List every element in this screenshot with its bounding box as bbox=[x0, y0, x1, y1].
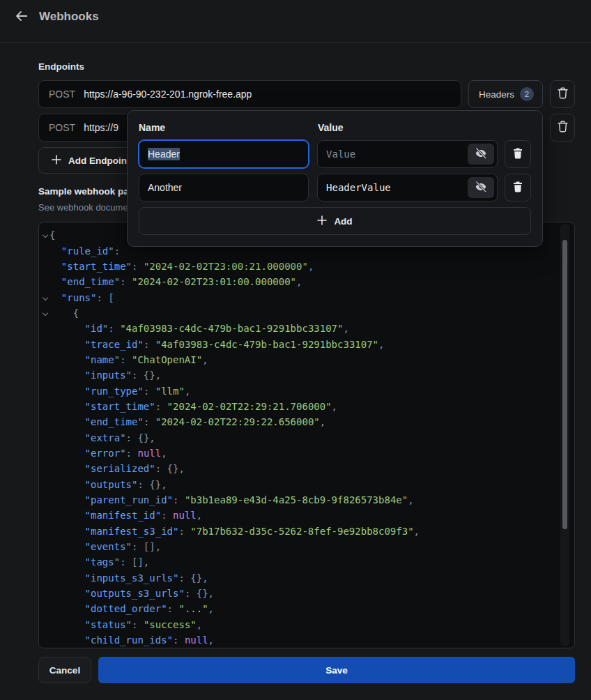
headers-button-label: Headers bbox=[479, 89, 514, 100]
code-content: { "rule_id": "start_time": "2024-02-02T2… bbox=[40, 227, 574, 648]
top-bar: Webhooks bbox=[0, 0, 591, 43]
plus-icon bbox=[317, 215, 327, 227]
value-placeholder: Value bbox=[326, 149, 355, 160]
code-line: "serialized": {}, bbox=[40, 461, 574, 476]
code-line: "end_time": "2024-02-02T23:01:00.000000"… bbox=[40, 274, 574, 289]
code-line: "inputs": {}, bbox=[40, 367, 574, 383]
code-line: "parent_run_id": "b3b1ea89-e43d-4a25-8cb… bbox=[40, 492, 574, 508]
delete-endpoint-button[interactable] bbox=[550, 114, 575, 142]
trash-filled-icon bbox=[512, 181, 523, 195]
headers-count-badge: 2 bbox=[520, 87, 534, 101]
header-name-input[interactable]: Another bbox=[139, 174, 309, 201]
code-line: "manifest_s3_id": "7b17b632-d35c-5262-8f… bbox=[40, 524, 574, 539]
eye-off-icon bbox=[474, 180, 488, 196]
code-line: "outputs": {}, bbox=[40, 477, 574, 492]
code-line: "run_type": "llm", bbox=[40, 383, 574, 398]
code-line: "start_time": "2024-02-02T22:29:21.70600… bbox=[40, 399, 574, 414]
code-line: "outputs_s3_urls": {}, bbox=[40, 586, 574, 601]
delete-endpoint-button[interactable] bbox=[550, 80, 575, 108]
page-title: Webhooks bbox=[39, 8, 99, 25]
name-column-label: Name bbox=[139, 122, 318, 133]
endpoint-url: https://a-96-90-232-201.ngrok-free.app bbox=[84, 89, 252, 100]
cancel-button[interactable]: Cancel bbox=[38, 657, 91, 683]
headers-button[interactable]: Headers 2 bbox=[468, 80, 543, 108]
back-button[interactable] bbox=[13, 8, 29, 25]
delete-header-button[interactable] bbox=[505, 174, 531, 201]
webhooks-page: Webhooks Endpoints POST https://a-96-90-… bbox=[0, 0, 591, 700]
header-row: Another HeaderValue bbox=[139, 174, 531, 201]
scrollbar-thumb[interactable] bbox=[562, 240, 567, 529]
endpoint-url: https://9 bbox=[84, 122, 118, 133]
code-line: "name": "ChatOpenAI", bbox=[40, 352, 574, 367]
add-endpoint-label: Add Endpoint bbox=[68, 155, 130, 166]
code-line: "extra": {}, bbox=[40, 429, 574, 445]
http-method-label: POST bbox=[49, 122, 75, 133]
header-name-value: Another bbox=[148, 182, 182, 193]
eye-off-icon bbox=[474, 146, 488, 162]
plus-icon bbox=[52, 155, 61, 167]
selected-text: Header bbox=[148, 148, 180, 160]
header-value-input[interactable]: Value bbox=[317, 140, 498, 168]
fold-chevron-icon[interactable] bbox=[40, 229, 49, 241]
header-value-input[interactable]: HeaderValue bbox=[317, 174, 498, 201]
code-line: "tags": [], bbox=[40, 554, 574, 570]
fold-chevron-icon[interactable] bbox=[40, 307, 49, 319]
arrow-left-icon bbox=[13, 8, 29, 26]
code-line: "inputs_s3_urls": {}, bbox=[40, 570, 574, 586]
trash-filled-icon bbox=[512, 147, 523, 162]
json-payload-viewer[interactable]: { "rule_id": "start_time": "2024-02-02T2… bbox=[38, 222, 575, 648]
header-name-input[interactable]: Header bbox=[139, 140, 309, 168]
endpoint-url-input[interactable]: POST https://a-96-90-232-201.ngrok-free.… bbox=[38, 80, 461, 108]
code-line: "events": [], bbox=[40, 539, 574, 554]
header-row: Header Value bbox=[139, 140, 531, 168]
headers-popover: Name Value Header Value bbox=[127, 110, 543, 247]
delete-header-button[interactable] bbox=[505, 140, 531, 168]
value-column-label: Value bbox=[318, 122, 344, 133]
header-value-text: HeaderValue bbox=[326, 182, 391, 193]
code-line: "id": "4af03983-c4dc-479b-bac1-9291bbc33… bbox=[40, 321, 574, 336]
code-line: "dotted_order": "...", bbox=[40, 601, 574, 616]
toggle-value-visibility-button[interactable] bbox=[468, 144, 494, 165]
code-line: "end_time": "2024-02-02T22:29:22.656000"… bbox=[40, 414, 574, 429]
code-line: "error": null, bbox=[40, 446, 574, 461]
popover-column-labels: Name Value bbox=[139, 122, 531, 133]
code-line: "trace_id": "4af03983-c4dc-479b-bac1-929… bbox=[40, 336, 574, 351]
code-line: "runs": [ bbox=[40, 289, 574, 305]
save-button[interactable]: Save bbox=[98, 657, 575, 683]
endpoint-row: POST https://a-96-90-232-201.ngrok-free.… bbox=[38, 80, 575, 108]
endpoints-label: Endpoints bbox=[38, 61, 575, 72]
code-line: "direct_child_run_ids": null, bbox=[40, 648, 574, 648]
toggle-value-visibility-button[interactable] bbox=[468, 177, 494, 198]
trash-icon bbox=[557, 86, 569, 102]
code-line: "manifest_id": null, bbox=[40, 508, 574, 523]
footer-actions: Cancel Save bbox=[38, 657, 575, 683]
code-line: "child_run_ids": null, bbox=[40, 632, 574, 648]
code-line: "status": "success", bbox=[40, 617, 574, 632]
add-header-label: Add bbox=[334, 216, 352, 227]
code-line: { bbox=[40, 305, 574, 321]
add-header-button[interactable]: Add bbox=[139, 207, 531, 235]
trash-icon bbox=[557, 120, 569, 135]
fold-chevron-icon[interactable] bbox=[40, 291, 49, 304]
http-method-label: POST bbox=[49, 89, 75, 100]
code-line: "start_time": "2024-02-02T23:00:21.00000… bbox=[40, 259, 574, 274]
